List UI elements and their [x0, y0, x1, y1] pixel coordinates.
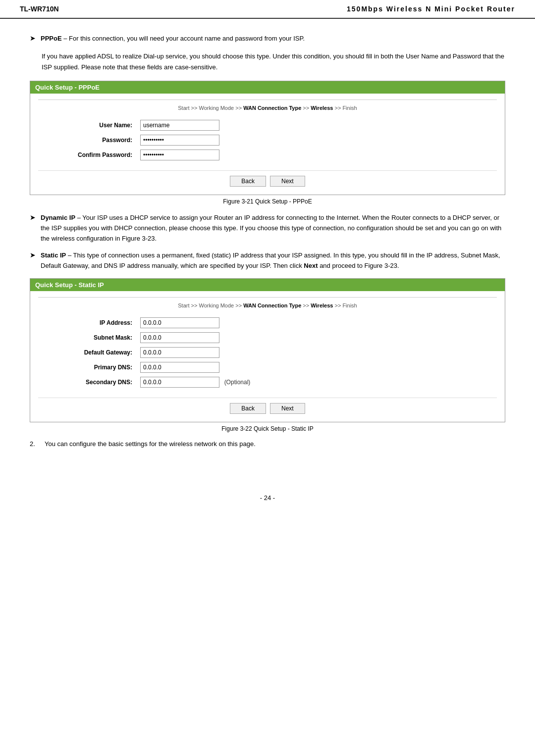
pppoe-divider: [38, 100, 497, 100]
sbc-sep1: >>: [191, 302, 199, 308]
subnet-mask-input[interactable]: [140, 332, 219, 343]
static-breadcrumb: Start >> Working Mode >> WAN Connection …: [38, 302, 497, 308]
numbered-text-2: You can configure the basic settings for…: [45, 440, 256, 448]
primary-dns-value-cell: [137, 360, 497, 375]
bc-sep1: >>: [191, 105, 199, 111]
default-gateway-label: Default Gateway:: [38, 345, 137, 360]
subnet-mask-value-cell: [137, 330, 497, 345]
pppoe-button-row: Back Next: [38, 170, 497, 187]
confirm-password-label: Confirm Password:: [38, 148, 137, 162]
pppoe-label: PPPoE: [41, 35, 62, 42]
pppoe-form-table: User Name: Password: Confirm Password:: [38, 118, 497, 162]
numbered-item-2: 2. You can configure the basic settings …: [30, 440, 505, 448]
secondary-dns-input[interactable]: [140, 377, 219, 388]
sbc-start: Start: [178, 302, 189, 308]
table-row: Default Gateway:: [38, 345, 497, 360]
pppoe-box-header: Quick Setup - PPPoE: [30, 81, 505, 94]
pppoe-dash: –: [62, 35, 69, 42]
static-desc: This type of connection uses a permanent…: [41, 252, 500, 269]
primary-dns-input[interactable]: [140, 362, 219, 373]
fig21-caption: Figure 3-21 Quick Setup - PPPoE: [30, 198, 505, 205]
pppoe-setup-box: Quick Setup - PPPoE Start >> Working Mod…: [30, 81, 505, 195]
page-number: - 24 -: [0, 494, 535, 502]
dynamic-label: Dynamic IP: [41, 214, 75, 221]
ip-address-input[interactable]: [140, 317, 219, 328]
bc-sep3: >>: [303, 105, 311, 111]
secondary-dns-label: Secondary DNS:: [38, 375, 137, 390]
password-input[interactable]: [140, 135, 219, 146]
bullet-arrow-static: ➤: [30, 251, 36, 259]
default-gateway-input[interactable]: [140, 347, 219, 358]
bc-working: Working Mode: [199, 105, 234, 111]
sbc-sep3: >>: [303, 302, 311, 308]
confirm-password-input[interactable]: [140, 150, 219, 160]
bullet-arrow-dynamic: ➤: [30, 213, 36, 221]
bc-wireless: Wireless: [311, 105, 333, 111]
username-label: User Name:: [38, 118, 137, 133]
static-divider: [38, 297, 497, 298]
bc-sep4: >>: [334, 105, 342, 111]
static-form-table: IP Address: Subnet Mask: Default Gateway…: [38, 315, 497, 390]
dynamic-bullet-text: Dynamic IP – Your ISP uses a DHCP servic…: [41, 213, 505, 244]
bc-sep2: >>: [235, 105, 243, 111]
optional-label: (Optional): [224, 379, 251, 386]
bc-finish: Finish: [342, 105, 357, 111]
static-bullet-text: Static IP – This type of connection uses…: [41, 251, 505, 271]
static-box-inner: Start >> Working Mode >> WAN Connection …: [30, 291, 505, 422]
page-content: ➤ PPPoE – For this connection, you will …: [0, 29, 535, 474]
fig22-caption: Figure 3-22 Quick Setup - Static IP: [30, 425, 505, 432]
page-header: TL-WR710N 150Mbps Wireless N Mini Pocket…: [0, 0, 535, 19]
password-value-cell: [137, 133, 497, 148]
subnet-mask-label: Subnet Mask:: [38, 330, 137, 345]
table-row: IP Address:: [38, 315, 497, 330]
pppoe-bullet-item: ➤ PPPoE – For this connection, you will …: [30, 34, 505, 44]
ip-address-value-cell: [137, 315, 497, 330]
static-button-row: Back Next: [38, 398, 497, 414]
bc-start: Start: [178, 105, 189, 111]
username-input[interactable]: [140, 120, 219, 131]
dynamic-dash: –: [75, 214, 82, 221]
static-bullet-item: ➤ Static IP – This type of connection us…: [30, 251, 505, 271]
table-row: Confirm Password:: [38, 148, 497, 162]
table-row: Secondary DNS: (Optional): [38, 375, 497, 390]
static-next-inline: Next: [304, 262, 318, 269]
product-name: 150Mbps Wireless N Mini Pocket Router: [347, 5, 515, 13]
static-box-header: Quick Setup - Static IP: [30, 279, 505, 291]
primary-dns-label: Primary DNS:: [38, 360, 137, 375]
dynamic-bullet-item: ➤ Dynamic IP – Your ISP uses a DHCP serv…: [30, 213, 505, 244]
sbc-wan: WAN Connection Type: [243, 302, 301, 308]
pppoe-paragraph: If you have applied ADSL to realize Dial…: [42, 51, 505, 73]
sbc-wireless: Wireless: [311, 302, 333, 308]
bullet-arrow-pppoe: ➤: [30, 34, 36, 42]
sbc-sep4: >>: [334, 302, 342, 308]
numbered-label-2: 2.: [30, 440, 45, 448]
static-back-button[interactable]: Back: [230, 403, 266, 414]
bc-wan: WAN Connection Type: [243, 105, 301, 111]
ip-address-label: IP Address:: [38, 315, 137, 330]
pppoe-bullet-text: PPPoE – For this connection, you will ne…: [41, 34, 505, 44]
username-value-cell: [137, 118, 497, 133]
static-setup-box: Quick Setup - Static IP Start >> Working…: [30, 278, 505, 422]
pppoe-breadcrumb: Start >> Working Mode >> WAN Connection …: [38, 105, 497, 111]
static-text2: and proceed to Figure 3-23.: [318, 262, 399, 269]
static-dash: –: [66, 252, 73, 259]
default-gateway-value-cell: [137, 345, 497, 360]
pppoe-box-inner: Start >> Working Mode >> WAN Connection …: [30, 94, 505, 195]
table-row: Subnet Mask:: [38, 330, 497, 345]
static-label: Static IP: [41, 252, 66, 259]
sbc-working: Working Mode: [199, 302, 234, 308]
dynamic-desc: Your ISP uses a DHCP service to assign y…: [41, 214, 501, 242]
sbc-finish: Finish: [342, 302, 357, 308]
password-label: Password:: [38, 133, 137, 148]
model-name: TL-WR710N: [20, 5, 59, 13]
pppoe-back-button[interactable]: Back: [230, 176, 266, 187]
secondary-dns-value-cell: (Optional): [137, 375, 497, 390]
static-next-button[interactable]: Next: [270, 403, 305, 414]
table-row: Password:: [38, 133, 497, 148]
sbc-sep2: >>: [235, 302, 243, 308]
confirm-password-value-cell: [137, 148, 497, 162]
pppoe-desc: For this connection, you will need your …: [69, 35, 305, 42]
table-row: User Name:: [38, 118, 497, 133]
pppoe-next-button[interactable]: Next: [270, 176, 305, 187]
table-row: Primary DNS:: [38, 360, 497, 375]
